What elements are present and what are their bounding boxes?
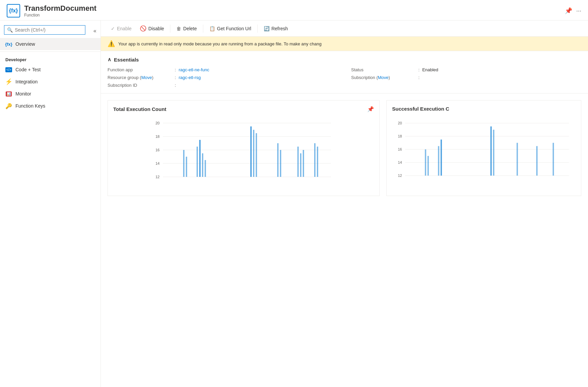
svg-rect-24 [314,143,316,177]
chart-title: Successful Execution C [392,106,576,112]
svg-rect-18 [256,133,257,177]
toolbar: ✓ Enable 🚫 Disable 🗑 Delete 📋 Get Functi… [101,21,588,37]
svg-text:14: 14 [398,160,402,164]
chart-svg: 20 18 16 14 12 [392,116,576,190]
svg-text:20: 20 [156,121,160,125]
main-content: ✓ Enable 🚫 Disable 🗑 Delete 📋 Get Functi… [101,21,588,387]
svg-rect-43 [536,146,538,176]
svg-text:18: 18 [398,134,402,138]
sidebar-item-label: Overview [15,41,35,47]
header-actions: 📌 ··· [565,7,581,14]
essentials-label: Subscription ID [108,83,175,88]
sidebar-item-label: Monitor [15,91,31,96]
essentials-row-status: Status : Enabled [351,67,581,72]
essentials-label: Resource group (Move) [108,75,175,80]
svg-text:16: 16 [156,148,160,152]
svg-text:16: 16 [398,147,402,151]
successful-execution-count-chart: Successful Execution C 20 18 16 14 [386,100,581,196]
chart-content: 20 18 16 14 12 [113,116,374,190]
header-title-group: TransformDocument Function [24,4,565,17]
refresh-button[interactable]: 🔄 Refresh [260,24,291,33]
get-function-url-button[interactable]: 📋 Get Function Url [206,24,255,33]
essentials-value-resource-group[interactable]: ragc-etl-rsg [179,75,201,80]
toolbar-separator-3 [257,25,258,33]
sidebar-item-monitor[interactable]: 📊 Monitor [0,88,100,100]
svg-rect-19 [277,143,279,177]
svg-rect-36 [425,149,426,176]
svg-text:20: 20 [398,121,402,125]
search-row: 🔍 « [0,24,100,38]
developer-section-header: Developer [0,51,100,64]
subscription-move-link[interactable]: Move [378,75,388,80]
delete-button[interactable]: 🗑 Delete [173,24,200,33]
svg-rect-39 [440,140,442,176]
page-title: TransformDocument [24,4,565,13]
integration-icon: ⚡ [5,78,12,85]
sidebar-item-overview[interactable]: {fx} Overview [0,38,100,50]
svg-rect-11 [186,157,187,177]
chart-title-text: Total Execution Count [113,106,166,112]
sidebar-item-code-test[interactable]: </> Code + Test [0,64,100,76]
checkmark-icon: ✓ [111,26,115,31]
svg-text:18: 18 [156,134,160,139]
svg-text:12: 12 [156,175,160,179]
collapse-sidebar-button[interactable]: « [89,28,100,34]
overview-icon: {fx} [5,41,12,47]
sidebar: 🔍 « {fx} Overview Developer </> [0,21,101,387]
essentials-value-status: Enabled [422,67,438,72]
svg-rect-44 [553,143,554,176]
essentials-label: Function app [108,67,175,72]
svg-rect-22 [300,153,301,177]
essentials-row-subscription-id: Subscription ID : [108,83,338,88]
delete-icon: 🗑 [176,26,181,31]
search-container: 🔍 [0,24,89,38]
copy-icon: 📋 [209,26,215,31]
essentials-row-subscription: Subscription (Move) : [351,75,581,80]
svg-rect-14 [202,153,203,177]
svg-rect-40 [491,126,492,176]
total-execution-count-chart: Total Execution Count 📌 20 18 16 [108,100,380,196]
svg-rect-17 [253,130,254,177]
svg-rect-16 [250,126,252,177]
monitor-icon: 📊 [5,90,12,97]
toolbar-separator-2 [203,25,203,33]
charts-area: Total Execution Count 📌 20 18 16 [101,93,588,203]
app-icon: {fx} [7,4,20,17]
essentials-header[interactable]: ∧ Essentials [108,56,581,63]
svg-rect-10 [183,150,184,177]
essentials-title: Essentials [114,57,139,63]
svg-rect-23 [303,150,304,177]
search-icon: 🔍 [7,27,13,33]
sidebar-item-label: Function Keys [15,103,45,109]
essentials-section: ∧ Essentials Function app : ragc-etl-ne-… [101,51,588,93]
code-test-icon: </> [5,66,12,73]
svg-rect-41 [493,130,494,176]
resource-group-move-link[interactable]: Move [141,75,152,80]
sidebar-item-function-keys[interactable]: 🔑 Function Keys [0,100,100,112]
refresh-icon: 🔄 [264,26,269,31]
chart-title-text: Successful Execution C [392,106,449,112]
search-input[interactable] [15,27,82,33]
chart-title: Total Execution Count 📌 [113,106,374,112]
key-icon: 🔑 [5,103,12,109]
chart-pin-icon[interactable]: 📌 [367,106,374,112]
essentials-chevron-icon: ∧ [108,56,111,63]
svg-rect-12 [197,147,198,177]
pin-icon[interactable]: 📌 [565,7,572,14]
essentials-value-function-app[interactable]: ragc-etl-ne-func [179,67,209,72]
search-box[interactable]: 🔍 [4,25,85,35]
enable-button[interactable]: ✓ Enable [108,24,135,33]
essentials-label: Status [351,67,418,72]
warning-text: Your app is currently in read only mode … [118,41,322,46]
essentials-row-resource-group: Resource group (Move) : ragc-etl-rsg [108,75,338,80]
svg-rect-38 [438,146,439,176]
essentials-grid: Function app : ragc-etl-ne-func Status :… [108,67,581,88]
disable-button[interactable]: 🚫 Disable [136,23,168,34]
more-options-icon[interactable]: ··· [576,7,581,14]
essentials-label: Subscription (Move) [351,75,418,80]
svg-rect-37 [427,156,429,176]
svg-rect-42 [517,143,518,176]
warning-banner: ⚠️ Your app is currently in read only mo… [101,37,588,51]
sidebar-item-integration[interactable]: ⚡ Integration [0,76,100,88]
chart-svg: 20 18 16 14 12 [113,116,374,190]
